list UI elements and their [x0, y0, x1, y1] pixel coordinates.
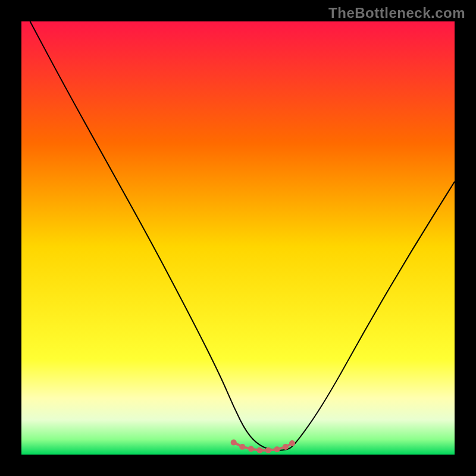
watermark-text: TheBottleneck.com: [328, 5, 465, 21]
gradient-background: [21, 21, 455, 455]
plot-area: [21, 21, 455, 455]
chart-stage: TheBottleneck.com: [0, 0, 476, 476]
plot-svg: [21, 21, 455, 455]
